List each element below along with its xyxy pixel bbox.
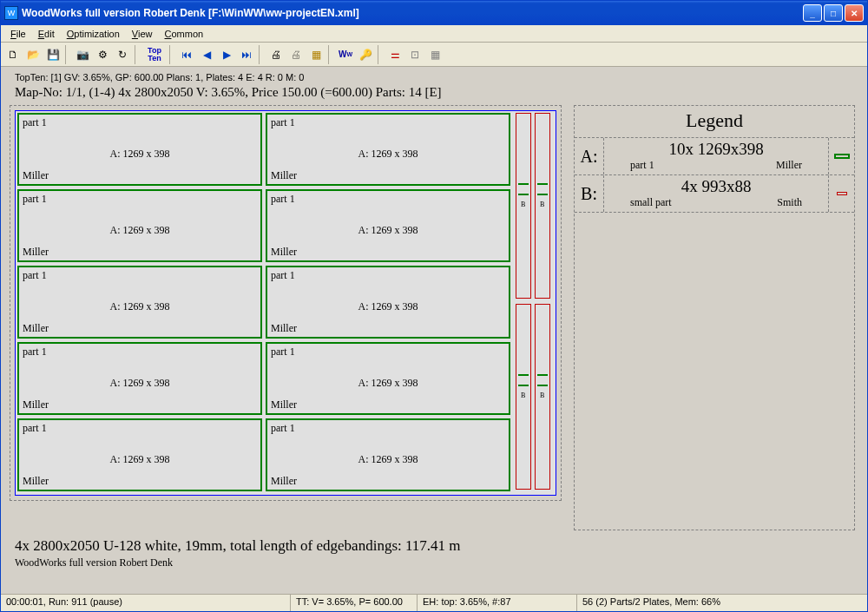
part-B[interactable]: B [535, 304, 550, 490]
cutting-plate[interactable]: part 1A: 1269 x 398Miller part 1A: 1269 … [15, 110, 556, 496]
maximize-button[interactable]: □ [824, 4, 843, 22]
statusbar: 00:00:01, Run: 911 (pause) TT: V= 3.65%,… [1, 594, 867, 611]
legend-swatch-B [828, 175, 854, 212]
legend-title: Legend [575, 106, 854, 138]
content-area: TopTen: [1] GV: 3.65%, GP: 600.00 Plans:… [1, 67, 867, 594]
legend-B-dim: 4x 993x88 [609, 177, 823, 196]
status-tt: TT: V= 3.65%, P= 600.00 [291, 595, 418, 611]
plate-frame: part 1A: 1269 x 398Miller part 1A: 1269 … [10, 105, 562, 501]
legend-A-cust: Miller [776, 159, 802, 172]
legend-row-B: B: 4x 993x88 small partSmith [575, 175, 854, 213]
legend-key-A: A: [575, 138, 604, 174]
menu-file[interactable]: File [4, 27, 32, 41]
part-A[interactable]: part 1A: 1269 x 398Miller [17, 189, 262, 262]
menu-optimization[interactable]: Optimization [61, 27, 126, 41]
part-A[interactable]: part 1A: 1269 x 398Miller [266, 113, 510, 186]
legend-panel: Legend A: 10x 1269x398 part 1Miller B: 4… [574, 105, 855, 530]
app-icon: W [4, 6, 18, 20]
app-credit: WoodWorks full version Robert Denk [10, 555, 858, 569]
last-icon[interactable]: ⏭ [237, 45, 256, 64]
prev-icon[interactable]: ◀ [197, 45, 216, 64]
ww-icon[interactable]: WW [336, 45, 355, 64]
part-A[interactable]: part 1A: 1269 x 398Miller [17, 113, 262, 186]
legend-A-name: part 1 [630, 159, 654, 172]
part-A[interactable]: part 1A: 1269 x 398Miller [266, 266, 510, 339]
menu-view[interactable]: View [126, 27, 159, 41]
part-B[interactable]: B [516, 113, 531, 299]
sliders-icon[interactable]: ⚌ [385, 45, 404, 64]
legend-key-B: B: [575, 175, 604, 212]
part-A[interactable]: part 1A: 1269 x 398Miller [266, 418, 510, 491]
legend-A-dim: 10x 1269x398 [609, 140, 823, 159]
range-icon[interactable]: ⊡ [405, 45, 424, 64]
next-icon[interactable]: ▶ [217, 45, 236, 64]
menu-edit[interactable]: Edit [32, 27, 61, 41]
app-window: W WoodWorks full version Robert Denk [F:… [0, 0, 868, 612]
print-preview-icon[interactable]: 🖨 [286, 45, 306, 64]
window-buttons: _ □ ✕ [803, 4, 864, 22]
legend-swatch-A [828, 138, 854, 174]
camera-icon[interactable]: 📷 [73, 45, 92, 64]
close-button[interactable]: ✕ [845, 4, 864, 22]
mapno-info: Map-No: 1/1, (1-4) 4x 2800x2050 V: 3.65%… [10, 82, 858, 105]
open-icon[interactable]: 📂 [23, 45, 43, 64]
menubar: File Edit Optimization View Common [1, 25, 867, 43]
part-A[interactable]: part 1A: 1269 x 398Miller [266, 189, 510, 262]
titlebar: W WoodWorks full version Robert Denk [F:… [1, 1, 867, 25]
save-icon[interactable]: 💾 [43, 45, 62, 64]
print-icon[interactable]: 🖨 [266, 45, 286, 64]
gear-icon[interactable]: ⚙ [93, 45, 112, 64]
part-A[interactable]: part 1A: 1269 x 398Miller [17, 418, 262, 491]
topten-button[interactable]: Top Ten [142, 45, 167, 64]
toolbar: 🗋 📂 💾 📷 ⚙ ↻ Top Ten ⏮ ◀ ▶ ⏭ 🖨 🖨 ▦ WW 🔑 ⚌… [1, 43, 867, 67]
refresh-icon[interactable]: ↻ [113, 45, 132, 64]
topten-info: TopTen: [1] GV: 3.65%, GP: 600.00 Plans:… [10, 70, 858, 82]
status-runtime: 00:00:01, Run: 911 (pause) [1, 595, 291, 611]
key-icon[interactable]: 🔑 [356, 45, 375, 64]
grid2-icon[interactable]: ▦ [425, 45, 444, 64]
b-stack: B B B B [514, 113, 554, 491]
legend-row-A: A: 10x 1269x398 part 1Miller [575, 138, 854, 175]
plate-summary: 4x 2800x2050 U-128 white, 19mm, total le… [10, 530, 858, 555]
part-A[interactable]: part 1A: 1269 x 398Miller [266, 342, 510, 415]
legend-B-cust: Smith [777, 196, 802, 209]
legend-B-name: small part [630, 196, 672, 209]
status-eh: EH: top: 3.65%, #:87 [418, 595, 577, 611]
first-icon[interactable]: ⏮ [177, 45, 196, 64]
part-B[interactable]: B [516, 304, 531, 490]
minimize-button[interactable]: _ [803, 4, 822, 22]
menu-common[interactable]: Common [159, 27, 210, 41]
window-title: WoodWorks full version Robert Denk [F:\W… [22, 7, 803, 19]
part-A[interactable]: part 1A: 1269 x 398Miller [17, 266, 262, 339]
status-mem: 56 (2) Parts/2 Plates, Mem: 66% [577, 595, 867, 611]
part-B[interactable]: B [535, 113, 550, 299]
new-icon[interactable]: 🗋 [3, 45, 23, 64]
part-A[interactable]: part 1A: 1269 x 398Miller [17, 342, 262, 415]
grid-icon[interactable]: ▦ [306, 45, 326, 64]
